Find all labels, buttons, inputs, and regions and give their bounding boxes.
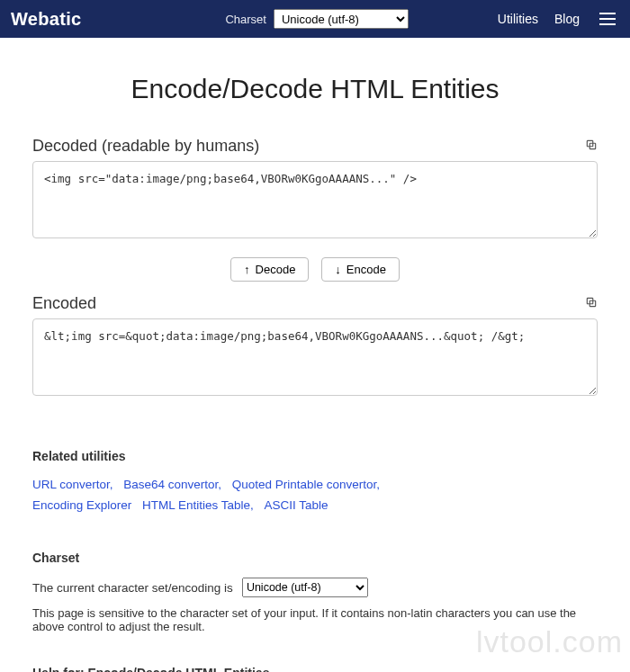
related-link-base64[interactable]: Base64 convertor,	[123, 478, 221, 491]
decode-button[interactable]: ↑ Decode	[230, 257, 309, 282]
related-link-entities-table[interactable]: HTML Entities Table,	[142, 498, 254, 512]
charset-row: The current character set/encoding is Un…	[32, 578, 598, 597]
encoded-label-row: Encoded	[32, 294, 598, 313]
nav-blog[interactable]: Blog	[554, 12, 580, 26]
encoded-label: Encoded	[32, 294, 96, 313]
copy-encoded-icon[interactable]	[585, 294, 598, 313]
help-heading: Help for: Encode/Decode HTML Entities	[32, 666, 598, 672]
main-container: Encode/Decode HTML Entities Decoded (rea…	[0, 74, 630, 672]
help-section: Help for: Encode/Decode HTML Entities HT…	[32, 666, 598, 672]
related-links: URL convertor, Base64 convertor, Quoted …	[32, 474, 598, 515]
nav-utilities[interactable]: Utilities	[498, 12, 538, 26]
page-title: Encode/Decode HTML Entities	[32, 74, 598, 104]
navbar: Webatic Charset Unicode (utf-8) Utilitie…	[0, 0, 630, 38]
decoded-textarea[interactable]	[32, 161, 598, 238]
charset-section: Charset The current character set/encodi…	[32, 551, 598, 633]
encoded-textarea[interactable]	[32, 318, 598, 396]
encode-button[interactable]: ↓ Encode	[321, 257, 400, 282]
related-section: Related utilities URL convertor, Base64 …	[32, 449, 598, 515]
hamburger-menu-icon[interactable]	[596, 9, 619, 29]
encode-button-label: Encode	[346, 263, 386, 276]
decoded-label-row: Decoded (readable by humans)	[32, 137, 598, 156]
brand-logo[interactable]: Webatic	[11, 9, 81, 30]
charset-label: Charset	[225, 13, 266, 26]
charset-prefix: The current character set/encoding is	[32, 581, 233, 595]
charset-note: This page is sensitive to the character …	[32, 606, 598, 633]
arrow-up-icon: ↑	[244, 263, 250, 276]
charset-heading: Charset	[32, 551, 598, 565]
charset-nav: Charset Unicode (utf-8)	[225, 9, 409, 29]
nav-right: Utilities Blog	[498, 9, 619, 29]
decoded-label: Decoded (readable by humans)	[32, 137, 259, 156]
copy-decoded-icon[interactable]	[585, 137, 598, 156]
button-row: ↑ Decode ↓ Encode	[32, 257, 598, 282]
arrow-down-icon: ↓	[335, 263, 341, 276]
related-link-url[interactable]: URL convertor,	[32, 478, 113, 491]
related-link-encoding-explorer[interactable]: Encoding Explorer	[32, 498, 131, 512]
charset-select-body[interactable]: Unicode (utf-8)	[242, 578, 368, 597]
related-link-qp[interactable]: Quoted Printable convertor,	[232, 478, 380, 491]
related-heading: Related utilities	[32, 449, 598, 463]
decode-button-label: Decode	[256, 263, 296, 276]
related-link-ascii[interactable]: ASCII Table	[264, 498, 328, 512]
charset-select-nav[interactable]: Unicode (utf-8)	[274, 9, 409, 29]
